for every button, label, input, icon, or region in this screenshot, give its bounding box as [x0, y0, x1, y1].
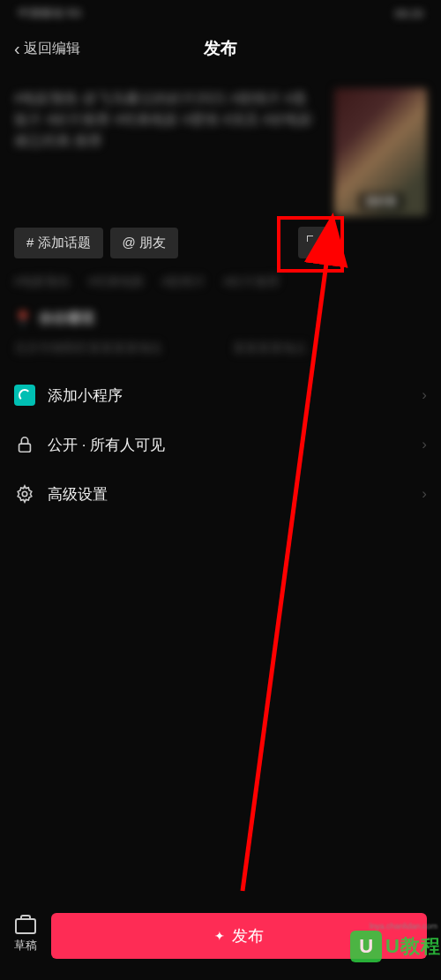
gear-icon: [14, 483, 35, 505]
add-hashtag-button[interactable]: # 添加话题: [14, 228, 103, 258]
draft-button[interactable]: 草稿: [14, 918, 37, 954]
caption-area: #电影预告 @飞鸟看过的好片2021 #剧情片 #悬疑片 #好片推荐 #经典电影…: [0, 71, 441, 227]
cover-select-button[interactable]: 选封面: [358, 192, 404, 211]
privacy-label: 公开 · 所有人可见: [48, 435, 165, 455]
watermark-text: U教程: [385, 933, 441, 960]
chevron-right-icon: ›: [422, 485, 427, 503]
status-time: 09:20: [394, 7, 423, 20]
watermark: lnya.chanlidan.com U U教程: [347, 929, 441, 964]
chevron-left-icon: ‹: [14, 39, 20, 59]
mention-friend-button[interactable]: @ 朋友: [110, 228, 178, 258]
chip-row: # 添加话题 @ 朋友: [0, 227, 441, 258]
lock-icon: [14, 434, 35, 455]
watermark-badge: U: [350, 931, 382, 962]
video-thumbnail[interactable]: 选封面: [334, 88, 427, 216]
advanced-settings-row[interactable]: 高级设置 ›: [0, 469, 441, 519]
hashtag-suggestion[interactable]: #剧情片: [162, 274, 206, 290]
location-suggestion[interactable]: 北京市朝阳区某某某某地址: [14, 340, 162, 356]
back-button[interactable]: ‹ 返回编辑: [14, 39, 80, 59]
publish-label: 发布: [232, 925, 264, 946]
sparkle-icon: ✦: [214, 929, 225, 943]
location-title: 📍 你在哪里: [14, 310, 427, 328]
chevron-right-icon: ›: [422, 436, 427, 453]
caption-input[interactable]: #电影预告 @飞鸟看过的好片2021 #剧情片 #悬疑片 #好片推荐 #经典电影…: [14, 88, 320, 216]
back-label: 返回编辑: [24, 40, 80, 58]
location-suggestions: 北京市朝阳区某某某某地址 某某某某地点: [14, 340, 427, 356]
hashtag-suggestion[interactable]: #好片推荐: [223, 274, 280, 290]
status-bar: 中国移动 5G 09:20: [0, 0, 441, 26]
page-title: 发布: [204, 37, 237, 60]
scan-icon: [307, 236, 321, 250]
location-label: 你在哪里: [39, 310, 95, 328]
draft-icon: [15, 918, 36, 934]
location-section[interactable]: 📍 你在哪里 北京市朝阳区某某某某地址 某某某某地点: [0, 299, 441, 370]
draft-label: 草稿: [14, 938, 37, 954]
watermark-url: lnya.chanlidan.com: [370, 922, 437, 931]
svg-point-1: [22, 491, 27, 497]
chevron-right-icon: ›: [422, 386, 427, 404]
location-pin-icon: 📍: [14, 310, 32, 327]
svg-rect-0: [19, 444, 31, 452]
miniapp-icon: [14, 385, 35, 406]
hashtag-suggestion[interactable]: #电影预告: [14, 274, 71, 290]
privacy-row[interactable]: 公开 · 所有人可见 ›: [0, 420, 441, 469]
miniapp-label: 添加小程序: [48, 385, 123, 406]
hashtag-suggestions: #电影预告 #经典电影 #剧情片 #好片推荐: [0, 258, 441, 299]
page-header: ‹ 返回编辑 发布: [0, 26, 441, 71]
location-suggestion[interactable]: 某某某某地点: [233, 340, 307, 356]
scan-button[interactable]: [298, 227, 330, 258]
advanced-label: 高级设置: [48, 484, 108, 505]
status-carrier: 中国移动 5G: [18, 5, 82, 21]
hashtag-suggestion[interactable]: #经典电影: [88, 274, 145, 290]
add-miniapp-row[interactable]: 添加小程序 ›: [0, 370, 441, 420]
